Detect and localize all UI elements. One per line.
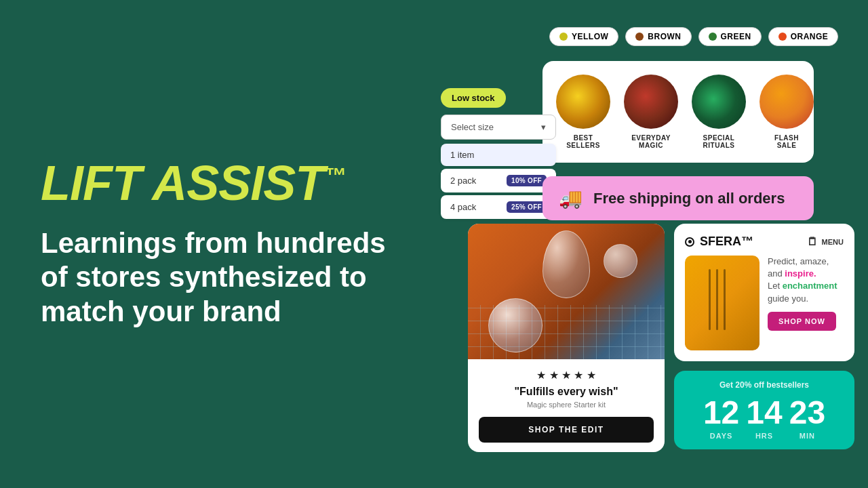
- product-name: Magic sphere Starter kit: [479, 401, 654, 409]
- days-label: DAYS: [710, 432, 733, 440]
- shipping-text: Free shipping on all orders: [593, 190, 785, 207]
- shop-the-edit-button[interactable]: SHOP THE EDIT: [479, 417, 654, 443]
- sphere-tall: [542, 230, 590, 298]
- enchantment-highlight: enchantment: [783, 281, 837, 291]
- brand-title: LIFT ASSIST™: [41, 159, 393, 207]
- product-everyday-magic[interactable]: EVERYDAYMAGIC: [624, 75, 678, 149]
- everyday-magic-label: EVERYDAYMAGIC: [631, 134, 671, 149]
- flash-sale-img: [760, 75, 814, 129]
- min-value: 23: [789, 396, 825, 429]
- days-value: 12: [703, 396, 739, 429]
- color-yellow-label: YELLOW: [572, 32, 608, 41]
- product-best-sellers[interactable]: BESTSELLERS: [556, 75, 610, 149]
- everyday-magic-img: [624, 75, 678, 129]
- truck-icon: 🚚: [559, 187, 583, 209]
- size-option-2pack[interactable]: 2 pack 10% OFF: [441, 169, 556, 192]
- shipping-banner: 🚚 Free shipping on all orders: [542, 176, 814, 220]
- menu-button[interactable]: 🗒 MENU: [807, 236, 844, 248]
- size-2pack-discount: 10% OFF: [507, 175, 547, 186]
- sfera-headline: Predict, amaze,and inspire.Let enchantme…: [768, 256, 837, 305]
- trademark: ™: [324, 163, 345, 188]
- bottom-row: ★ ★ ★ ★ ★ "Fulfills every wish" Magic sp…: [468, 224, 854, 452]
- product-lines: [709, 269, 736, 330]
- size-selector-area: Low stock Select size ▾ 1 item 2 pack 10…: [441, 88, 556, 222]
- size-4pack-label: 4 pack: [450, 202, 476, 212]
- orange-dot: [778, 33, 787, 41]
- countdown-days: 12 DAYS: [703, 396, 739, 440]
- showcase-card: ★ ★ ★ ★ ★ "Fulfills every wish" Magic sp…: [468, 224, 665, 452]
- countdown-hrs: 14 HRS: [746, 396, 782, 440]
- color-yellow[interactable]: YELLOW: [549, 27, 618, 46]
- inspire-highlight: inspire.: [785, 268, 816, 279]
- size-4pack-discount: 25% OFF: [507, 201, 547, 213]
- review-text: "Fulfills every wish": [479, 386, 654, 398]
- product-special-rituals[interactable]: SPECIALRITUALS: [692, 75, 746, 149]
- menu-icon: 🗒: [807, 236, 818, 248]
- hrs-value: 14: [746, 396, 782, 429]
- sfera-side: SFERA™ 🗒 MENU: [674, 224, 854, 452]
- sfera-logo-circle: [685, 237, 694, 247]
- sfera-card: SFERA™ 🗒 MENU: [674, 224, 854, 361]
- sfera-inner: Predict, amaze,and inspire.Let enchantme…: [685, 256, 844, 350]
- sfera-header: SFERA™ 🗒 MENU: [685, 235, 844, 249]
- brand-name: LIFT ASSIST: [41, 156, 324, 210]
- color-selector: YELLOW BROWN GREEN ORANGE: [549, 27, 838, 46]
- sfera-copy: Predict, amaze,and inspire.Let enchantme…: [768, 256, 837, 350]
- brown-dot: [635, 33, 644, 41]
- line-3: [724, 269, 726, 330]
- product-flash-sale[interactable]: FLASHSALE: [760, 75, 814, 149]
- sphere-large: [488, 298, 542, 352]
- chevron-down-icon: ▾: [541, 122, 546, 132]
- product-card: BESTSELLERS EVERYDAYMAGIC SPECIALRITUALS…: [542, 61, 814, 163]
- size-select-dropdown[interactable]: Select size ▾: [441, 115, 556, 140]
- hrs-label: HRS: [755, 432, 773, 440]
- best-sellers-label: BESTSELLERS: [566, 134, 600, 149]
- best-sellers-img: [556, 75, 610, 129]
- flash-sale-label: FLASHSALE: [774, 134, 799, 149]
- line-1: [709, 269, 711, 330]
- left-panel: LIFT ASSIST™ Learnings from hundreds of …: [41, 159, 393, 329]
- showcase-content: ★ ★ ★ ★ ★ "Fulfills every wish" Magic sp…: [468, 359, 665, 452]
- stars: ★ ★ ★ ★ ★: [479, 369, 654, 382]
- yellow-dot: [559, 33, 568, 41]
- color-orange-label: ORANGE: [791, 32, 829, 41]
- special-rituals-label: SPECIALRITUALS: [703, 134, 735, 149]
- countdown-min: 23 MIN: [789, 396, 825, 440]
- countdown-label: Get 20% off bestsellers: [685, 380, 844, 390]
- tagline: Learnings from hundreds of stores synthe…: [41, 226, 393, 329]
- size-2pack-label: 2 pack: [450, 176, 476, 186]
- size-1item-label: 1 item: [450, 150, 474, 160]
- size-placeholder: Select size: [451, 122, 494, 132]
- countdown-card: Get 20% off bestsellers 12 DAYS 14 HRS 2…: [674, 371, 854, 449]
- sfera-name: SFERA™: [700, 235, 753, 249]
- color-brown[interactable]: BROWN: [625, 27, 691, 46]
- color-green-label: GREEN: [721, 32, 751, 41]
- size-option-4pack[interactable]: 4 pack 25% OFF: [441, 195, 556, 219]
- menu-label: MENU: [822, 238, 844, 246]
- special-rituals-img: [692, 75, 746, 129]
- sphere-small: [604, 244, 637, 278]
- green-dot: [709, 33, 717, 41]
- sfera-logo: SFERA™: [685, 235, 753, 249]
- showcase-image: [468, 224, 665, 359]
- min-label: MIN: [800, 432, 815, 440]
- sfera-product-image: [685, 256, 760, 350]
- countdown-numbers: 12 DAYS 14 HRS 23 MIN: [685, 396, 844, 440]
- line-2: [716, 269, 718, 330]
- sfera-inner-dot: [688, 240, 692, 243]
- shop-now-button[interactable]: SHOP NOW: [768, 312, 836, 331]
- color-orange[interactable]: ORANGE: [768, 27, 839, 46]
- size-option-1item[interactable]: 1 item: [441, 144, 556, 166]
- color-green[interactable]: GREEN: [698, 27, 762, 46]
- low-stock-badge: Low stock: [441, 88, 506, 108]
- color-brown-label: BROWN: [648, 32, 681, 41]
